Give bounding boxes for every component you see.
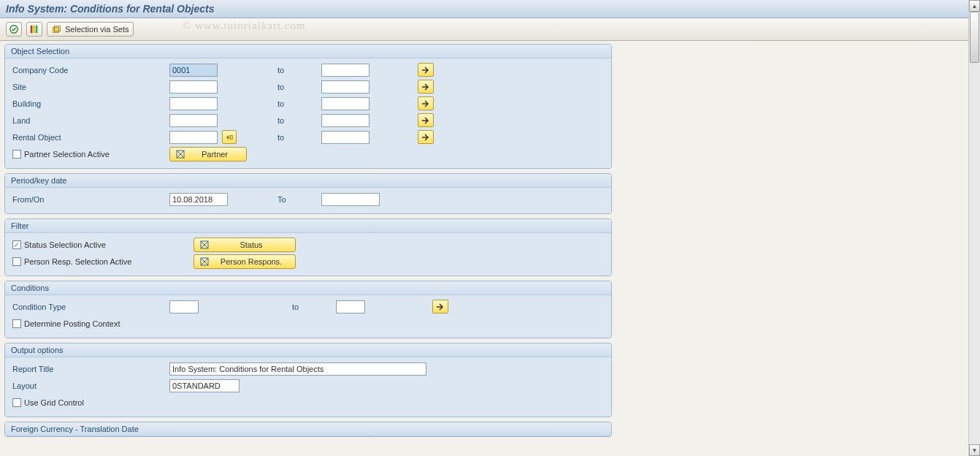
row-land: Land to	[12, 112, 604, 129]
land-to-input[interactable]	[321, 114, 370, 127]
partner-button-label: Partner	[189, 150, 240, 159]
label-report-title: Report Title	[12, 365, 169, 373]
status-button[interactable]: Status	[194, 238, 296, 252]
status-button-label: Status	[213, 240, 289, 249]
rental-object-from-input[interactable]	[169, 131, 218, 144]
output-options-title: Output options	[5, 343, 611, 357]
svg-rect-3	[36, 26, 38, 34]
condition-type-from-input[interactable]	[169, 300, 199, 314]
clock-check-icon	[9, 24, 19, 34]
status-selection-checkbox[interactable]	[12, 240, 21, 249]
title-bar: Info System: Conditions for Rental Objec…	[0, 0, 968, 18]
arrow-right-icon	[421, 83, 430, 91]
output-options-panel: Output options Report Title Layout Use G…	[4, 343, 612, 417]
to-label: to	[277, 83, 321, 91]
label-land: Land	[12, 116, 169, 125]
scroll-thumb[interactable]	[970, 12, 979, 63]
columns-icon	[29, 24, 39, 34]
scroll-track[interactable]	[969, 12, 980, 444]
to-label: to	[277, 116, 321, 125]
conditions-title: Conditions	[5, 281, 611, 295]
row-site: Site to	[12, 78, 604, 95]
person-icon	[200, 257, 209, 266]
page-title: Info System: Conditions for Rental Objec…	[6, 3, 962, 15]
person-respons-button[interactable]: Person Respons.	[194, 254, 296, 269]
posting-context-checkbox[interactable]	[12, 319, 21, 328]
scroll-up-button[interactable]: ▲	[969, 0, 980, 12]
label-site: Site	[12, 83, 169, 91]
condition-type-to-input[interactable]	[336, 300, 365, 314]
svg-rect-6	[231, 135, 233, 139]
building-to-input[interactable]	[321, 97, 370, 110]
foreign-currency-panel: Foreign Currency - Translation Date	[4, 422, 612, 437]
row-condition-type: Condition Type to	[12, 298, 604, 315]
row-report-title: Report Title	[12, 360, 604, 377]
label-layout: Layout	[12, 381, 169, 390]
label-from-on: From/On	[12, 195, 169, 204]
watermark-text: © www.tutorialkart.com	[183, 20, 306, 32]
posting-context-label: Determine Posting Context	[24, 319, 120, 328]
label-building: Building	[12, 99, 169, 108]
building-multi-button[interactable]	[418, 96, 434, 110]
vertical-scrollbar[interactable]: ▲ ▼	[968, 0, 980, 456]
grid-control-label: Use Grid Control	[24, 398, 84, 407]
execute-button[interactable]	[6, 22, 22, 37]
layout-input[interactable]	[169, 379, 240, 392]
to-label: to	[277, 66, 321, 75]
row-posting-context: Determine Posting Context	[12, 315, 604, 332]
grid-control-checkbox[interactable]	[12, 398, 21, 407]
object-selection-title: Object Selection	[5, 45, 611, 58]
to-label: to	[277, 133, 321, 142]
expand-arrow-icon	[226, 134, 233, 141]
from-on-input[interactable]	[169, 193, 228, 206]
company-code-from-input[interactable]	[169, 64, 218, 77]
selection-via-sets-label: Selection via Sets	[65, 25, 129, 34]
row-building: Building to	[12, 95, 604, 112]
person-selection-label: Person Resp. Selection Active	[24, 257, 131, 266]
land-from-input[interactable]	[169, 114, 218, 127]
to-label-period: To	[277, 195, 321, 204]
row-from-on: From/On To	[12, 191, 604, 208]
site-from-input[interactable]	[169, 80, 218, 94]
arrow-right-icon	[421, 117, 430, 124]
selection-via-sets-button[interactable]: Selection via Sets	[47, 22, 134, 37]
period-panel: Period/key date From/On To	[4, 173, 612, 214]
row-person-selection: Person Resp. Selection Active Person Res…	[12, 253, 604, 270]
person-selection-checkbox[interactable]	[12, 257, 21, 266]
arrow-right-icon	[421, 100, 430, 107]
status-selection-label: Status Selection Active	[24, 240, 106, 249]
to-date-input[interactable]	[321, 193, 380, 206]
object-selection-panel: Object Selection Company Code to Si	[4, 44, 612, 169]
land-multi-button[interactable]	[418, 113, 434, 127]
site-to-input[interactable]	[321, 80, 370, 94]
condition-type-multi-button[interactable]	[432, 300, 448, 314]
partner-selection-checkbox[interactable]	[12, 150, 21, 159]
building-from-input[interactable]	[169, 97, 218, 110]
row-status-selection: Status Selection Active Status	[12, 236, 604, 253]
svg-rect-4	[53, 27, 59, 32]
svg-rect-1	[31, 26, 33, 34]
site-multi-button[interactable]	[418, 80, 434, 94]
partner-selection-label: Partner Selection Active	[24, 150, 110, 159]
company-code-to-input[interactable]	[321, 64, 370, 77]
row-company-code: Company Code to	[12, 61, 604, 78]
filter-title: Filter	[5, 219, 611, 233]
arrow-right-icon	[421, 66, 430, 74]
report-title-input[interactable]	[169, 362, 426, 376]
foreign-currency-title: Foreign Currency - Translation Date	[5, 422, 611, 436]
period-title: Period/key date	[5, 174, 611, 188]
rental-object-to-input[interactable]	[321, 131, 370, 144]
variant-button[interactable]	[26, 22, 42, 37]
application-toolbar: Selection via Sets © www.tutorialkart.co…	[0, 18, 968, 41]
person-button-label: Person Respons.	[213, 257, 289, 266]
status-icon	[200, 240, 209, 249]
partner-button[interactable]: Partner	[169, 147, 247, 162]
rental-object-multi-button[interactable]	[418, 130, 434, 144]
row-layout: Layout	[12, 377, 604, 394]
to-label: to	[292, 303, 336, 311]
rental-object-expand-button[interactable]	[222, 130, 237, 144]
label-company-code: Company Code	[12, 66, 169, 75]
scroll-down-button[interactable]: ▼	[969, 444, 980, 456]
partner-icon	[176, 150, 185, 159]
company-code-multi-button[interactable]	[418, 63, 434, 77]
